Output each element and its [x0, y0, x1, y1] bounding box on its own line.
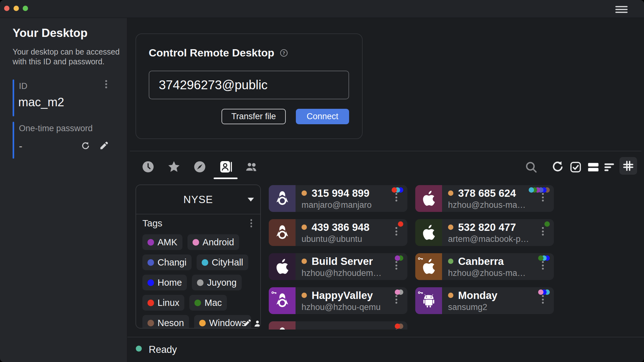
connection-status-dot — [136, 346, 142, 352]
refresh-icon[interactable] — [550, 160, 565, 174]
device-menu-icon[interactable] — [542, 193, 544, 201]
device-host: ubuntu@ubuntu — [302, 234, 370, 244]
refresh-password-icon[interactable] — [81, 141, 90, 152]
os-tile — [415, 253, 442, 280]
device-menu-icon[interactable] — [395, 261, 397, 270]
card-title-row: Control Remote Desktop ? — [149, 47, 288, 59]
tag-list: AMK Android Changi CityHall Home Juyong … — [142, 234, 256, 329]
tag-chip[interactable]: Changi — [142, 254, 192, 270]
tag-chip[interactable]: CityHall — [197, 254, 248, 270]
status-dot — [302, 259, 307, 264]
chevron-down-icon — [248, 198, 254, 201]
address-book-selector[interactable]: NYSE — [136, 185, 260, 214]
device-card[interactable]: 439 386 948 ubuntu@ubuntu — [269, 219, 407, 246]
tag-chip[interactable]: Home — [142, 275, 187, 290]
transfer-file-button[interactable]: Transfer file — [221, 109, 286, 124]
status-dot — [448, 225, 453, 230]
tab-address-book[interactable] — [218, 160, 233, 174]
id-accent-bar — [13, 79, 14, 116]
device-card[interactable]: 378 685 624 hzhou@zhous-macbook-... — [415, 185, 554, 212]
minimize-window-button[interactable] — [14, 6, 19, 11]
title-bar — [0, 0, 644, 18]
apple-icon — [276, 259, 289, 275]
edit-password-icon[interactable] — [99, 141, 109, 152]
tab-favorites[interactable] — [167, 160, 181, 174]
device-card[interactable]: 315 994 899 manjaro@manjaro — [269, 185, 407, 212]
device-tag-dots — [397, 255, 403, 261]
os-tile — [269, 185, 296, 212]
device-menu-icon[interactable] — [395, 295, 397, 304]
device-card[interactable]: 532 820 477 artem@macbook-pro-3 — [415, 219, 554, 246]
status-dot — [448, 259, 453, 264]
session-tabs — [141, 160, 259, 174]
connection-status-text: Ready — [149, 344, 177, 355]
active-tab-underline — [214, 178, 238, 179]
my-address-icon[interactable] — [253, 319, 261, 329]
device-menu-icon[interactable] — [542, 295, 544, 304]
tag-chip[interactable]: Mac — [189, 295, 227, 311]
device-tag-dots — [531, 187, 550, 193]
svg-text:?: ? — [282, 50, 285, 55]
help-icon[interactable]: ? — [279, 49, 288, 57]
device-grid: 315 994 899 manjaro@manjaro 439 386 948 — [269, 185, 555, 330]
device-menu-icon[interactable] — [395, 329, 397, 330]
device-tag-dots — [394, 187, 403, 193]
id-value[interactable]: mac_m2 — [18, 96, 64, 109]
address-book-panel: NYSE Tags AMK Android Changi CityHall Ho… — [135, 184, 261, 329]
tag-chip[interactable]: Juyong — [192, 275, 242, 290]
list-view-icon[interactable] — [586, 160, 601, 174]
device-tag-dots — [400, 221, 403, 227]
apple-icon — [423, 259, 435, 275]
device-card[interactable]: Build Server hzhou@hzhoudemac-mini — [269, 253, 407, 280]
password-value: - — [19, 140, 22, 152]
sort-by-icon[interactable] — [602, 160, 617, 174]
section-divider — [130, 151, 641, 151]
connect-button[interactable]: Connect — [296, 109, 349, 124]
device-card[interactable]: Pulau — [269, 321, 407, 330]
sidebar-description: Your desktop can be accessed with this I… — [13, 47, 121, 67]
device-host: hzhou@hzhoudemac-mini — [302, 268, 383, 278]
zoom-window-button[interactable] — [23, 6, 28, 11]
device-name: 439 386 948 — [312, 221, 370, 233]
linux-icon — [273, 224, 291, 242]
device-name: Build Server — [312, 255, 373, 267]
device-host: manjaro@manjaro — [302, 200, 372, 210]
edit-tags-icon[interactable] — [243, 319, 251, 329]
id-menu-icon[interactable] — [105, 80, 107, 88]
device-name: 315 994 899 — [312, 187, 370, 199]
tags-menu-icon[interactable] — [250, 219, 252, 227]
tag-chip[interactable]: Linux — [142, 295, 184, 311]
tab-recent-sessions[interactable] — [141, 160, 155, 174]
device-menu-icon[interactable] — [542, 261, 544, 270]
tags-heading: Tags — [142, 218, 162, 229]
status-dot — [302, 190, 307, 196]
device-tag-dots — [540, 289, 550, 295]
tag-chip[interactable]: Android — [187, 234, 239, 250]
tab-group[interactable] — [244, 160, 259, 174]
device-menu-icon[interactable] — [542, 227, 544, 236]
device-card[interactable]: Monday sansumg2 — [415, 287, 554, 314]
remote-id-input[interactable] — [149, 71, 349, 99]
tag-chip[interactable]: Neson — [142, 315, 189, 329]
star-icon — [167, 160, 181, 174]
selected-address-book: NYSE — [183, 194, 213, 206]
search-icon[interactable] — [524, 160, 538, 174]
device-tag-dots — [547, 221, 550, 227]
tab-discovered[interactable] — [193, 160, 207, 174]
hamburger-menu-icon[interactable] — [615, 6, 628, 13]
device-menu-icon[interactable] — [395, 227, 397, 236]
select-checkbox-icon[interactable] — [568, 160, 583, 174]
group-icon — [244, 160, 259, 174]
device-card[interactable]: Canberra hzhou@zhous-macbook-... — [415, 253, 554, 280]
linux-icon — [273, 190, 291, 208]
tag-chip[interactable]: AMK — [142, 234, 182, 250]
device-host: artem@macbook-pro-3 — [448, 234, 530, 244]
key-icon — [417, 289, 424, 296]
apple-icon — [423, 191, 435, 207]
close-window-button[interactable] — [4, 6, 9, 11]
grid-view-button[interactable] — [619, 157, 637, 175]
compass-icon — [193, 160, 207, 174]
device-card[interactable]: HappyValley hzhou@hzhou-qemu — [269, 287, 407, 314]
device-tag-dots — [397, 324, 403, 329]
device-menu-icon[interactable] — [395, 193, 397, 201]
